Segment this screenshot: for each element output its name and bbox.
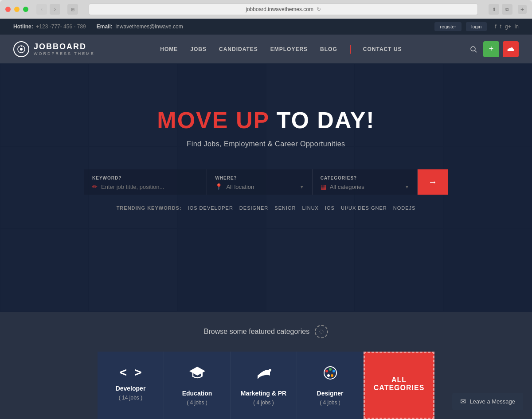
designer-icon — [306, 365, 354, 384]
browser-url: jobboard.inwavethemes.com — [246, 6, 313, 12]
location-arrow-icon: ▼ — [300, 184, 304, 189]
browser-window-button[interactable]: ⊞ — [67, 4, 78, 15]
top-bar: Hotline: +123 -777- 456 - 789 Email: inw… — [0, 19, 532, 35]
svg-point-1 — [20, 48, 23, 51]
trending-keyword-2[interactable]: SENIOR — [274, 205, 296, 211]
social-links: f t g+ in — [495, 23, 519, 30]
googleplus-icon[interactable]: g+ — [505, 23, 511, 30]
keyword-field: KEYWORD? ✏ — [84, 169, 207, 195]
email-info: Email: inwavethemes@inwave.com — [97, 23, 183, 30]
category-marketing[interactable]: Marketing & PR ( 4 jobs ) — [231, 352, 297, 419]
browser-actions: ⬆ ⧉ — [489, 4, 512, 15]
facebook-icon[interactable]: f — [495, 23, 496, 30]
add-button[interactable]: + — [483, 41, 499, 57]
nav-contact[interactable]: CONTACT US — [363, 46, 402, 52]
trending-keyword-0[interactable]: IOS DEVELOPER — [188, 205, 233, 211]
site-header: JOBBOARD WORDPRESS THEME HOME JOBS CANDI… — [0, 35, 532, 63]
hero-title: MOVE UP TO DAY! — [157, 108, 375, 133]
hero-content: MOVE UP TO DAY! Find Jobs, Employment & … — [0, 63, 532, 211]
all-categories-label: ALL CATEGORIES — [374, 376, 425, 392]
marketing-icon — [239, 365, 288, 384]
browser-address-bar[interactable]: jobboard.inwavethemes.com ↻ — [89, 4, 478, 15]
search-submit-button[interactable]: → — [418, 169, 448, 195]
category-icon: ▦ — [321, 183, 326, 190]
education-count: ( 4 jobs ) — [173, 399, 221, 406]
marketing-count: ( 4 jobs ) — [239, 399, 288, 406]
category-select[interactable]: All categories — [330, 184, 401, 190]
logo-text: JOBBOARD WORDPRESS THEME — [34, 42, 95, 56]
category-developer[interactable]: < > Developer ( 14 jobs ) — [98, 352, 164, 419]
nav-blog[interactable]: BLOG — [320, 46, 337, 52]
nav-divider — [350, 45, 351, 54]
category-education[interactable]: Education ( 4 jobs ) — [164, 352, 231, 419]
envelope-icon: ✉ — [460, 397, 466, 406]
trending-keyword-3[interactable]: LINUX — [302, 205, 319, 211]
browser-minimize-dot[interactable] — [14, 7, 20, 12]
category-arrow-icon: ▼ — [405, 184, 409, 189]
login-button[interactable]: login — [466, 22, 487, 31]
location-select[interactable]: All location — [226, 184, 296, 190]
trending-keyword-4[interactable]: IOS — [325, 205, 335, 211]
site-logo[interactable]: JOBBOARD WORDPRESS THEME — [13, 41, 95, 57]
marketing-name: Marketing & PR — [239, 390, 288, 397]
trending-keyword-1[interactable]: DESIGNER — [239, 205, 268, 211]
keyword-icon: ✏ — [92, 183, 98, 190]
job-search-box: KEYWORD? ✏ WHERE? 📍 All location ▼ — [84, 169, 448, 195]
browser-forward-button[interactable]: › — [50, 4, 60, 15]
browser-duplicate-button[interactable]: ⧉ — [502, 4, 512, 15]
designer-count: ( 4 jobs ) — [306, 399, 354, 406]
education-name: Education — [173, 390, 221, 397]
trending-keywords-list: IOS DEVELOPER DESIGNER SENIOR LINUX IOS … — [188, 205, 416, 211]
nav-jobs[interactable]: JOBS — [190, 46, 207, 52]
location-field: WHERE? 📍 All location ▼ — [207, 169, 312, 195]
nav-employers[interactable]: EMPLOYERS — [270, 46, 308, 52]
dashed-circle-icon — [315, 325, 328, 338]
nav-candidates[interactable]: CANDIDATES — [219, 46, 258, 52]
hero-section: MOVE UP TO DAY! Find Jobs, Employment & … — [0, 63, 532, 312]
linkedin-icon[interactable]: in — [515, 23, 519, 30]
logo-icon — [13, 41, 29, 57]
browser-close-dot[interactable] — [5, 7, 11, 12]
svg-line-4 — [475, 51, 477, 52]
top-bar-left: Hotline: +123 -777- 456 - 789 Email: inw… — [13, 23, 183, 30]
category-all[interactable]: ALL CATEGORIES — [364, 352, 434, 419]
trending-label: TRENDING KEYWORDS: — [117, 205, 182, 211]
svg-point-13 — [331, 374, 333, 377]
category-field: CATEGORIES? ▦ All categories ▼ — [313, 169, 418, 195]
svg-point-10 — [325, 370, 328, 372]
developer-name: Developer — [106, 385, 155, 392]
trending-keyword-5[interactable]: UI/UX DESIGNER — [341, 205, 387, 211]
browser-nav: ‹ › — [36, 4, 60, 15]
svg-point-5 — [320, 330, 323, 333]
cloud-button[interactable] — [503, 41, 519, 57]
browser-share-button[interactable]: ⬆ — [489, 4, 499, 15]
developer-icon: < > — [106, 365, 155, 380]
browser-refresh-icon[interactable]: ↻ — [317, 6, 321, 12]
category-designer[interactable]: Designer ( 4 jobs ) — [297, 352, 364, 419]
top-bar-right: register login f t g+ in — [434, 22, 519, 31]
designer-name: Designer — [306, 390, 354, 397]
header-actions: + — [467, 41, 519, 57]
search-button[interactable] — [467, 43, 480, 55]
nav-home[interactable]: HOME — [160, 46, 178, 52]
main-nav: HOME JOBS CANDIDATES EMPLOYERS BLOG CONT… — [160, 45, 402, 54]
leave-message-widget[interactable]: ✉ Leave a Message — [452, 393, 523, 410]
categories-title: Browse some featured categories — [0, 325, 532, 338]
trending-section: TRENDING KEYWORDS: IOS DEVELOPER DESIGNE… — [117, 205, 416, 211]
svg-marker-6 — [189, 367, 205, 376]
education-icon — [173, 365, 221, 384]
browser-maximize-dot[interactable] — [23, 7, 28, 12]
twitter-icon[interactable]: t — [500, 23, 501, 30]
email-link[interactable]: inwavethemes@inwave.com — [115, 23, 183, 30]
trending-keyword-6[interactable]: NODEJS — [393, 205, 416, 211]
browser-back-button[interactable]: ‹ — [36, 4, 47, 15]
hotline-info: Hotline: +123 -777- 456 - 789 — [13, 23, 86, 30]
location-icon: 📍 — [215, 183, 223, 190]
svg-point-3 — [471, 47, 475, 51]
browser-new-tab-button[interactable]: + — [518, 5, 527, 14]
register-button[interactable]: register — [434, 22, 462, 31]
svg-point-14 — [327, 374, 330, 377]
keyword-input[interactable] — [101, 184, 199, 190]
leave-message-label: Leave a Message — [469, 398, 515, 405]
developer-count: ( 14 jobs ) — [106, 395, 155, 401]
